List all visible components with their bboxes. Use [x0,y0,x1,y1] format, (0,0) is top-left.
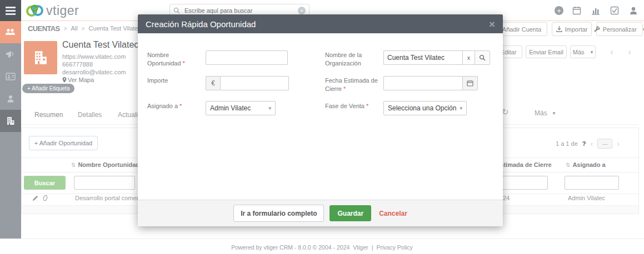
hamburger-icon [6,10,16,12]
footer-divider [0,238,644,239]
add-account-button[interactable]: Añadir Cuenta [496,22,547,36]
more-actions-button[interactable]: Más ▾ [570,45,596,58]
hamburger-menu[interactable] [0,0,21,21]
vtiger-logo[interactable]: vtiger [26,2,79,19]
table-search-button[interactable]: Buscar [24,176,66,190]
row-attachment-icon[interactable] [42,195,48,201]
calendar-addon-button[interactable] [462,76,478,90]
caret-down-icon: ▾ [553,110,556,116]
required-marker: * [183,60,185,67]
vtiger-logo-icon [26,3,44,18]
sidebar-item-accounts[interactable] [0,110,21,132]
column-header-name[interactable]: ⇅ Nombre Oportunidad [71,161,139,168]
reports-nav-icon[interactable] [591,6,600,15]
import-button[interactable]: Importar [552,22,592,36]
close-icon[interactable]: × [489,19,495,29]
personalize-label: Personalizar [603,26,637,33]
org-search-button[interactable] [475,50,490,65]
footer-powered-by: Powered by vtiger CRM - 8.0.0 © 2004 - 2… [231,244,350,251]
required-marker: * [343,85,346,92]
previous-record-button[interactable]: ‹ [606,45,618,58]
footer-privacy-link[interactable]: Privacy Policy [377,244,413,251]
caret-down-icon: ▾ [268,105,271,111]
sidebar-item-campaigns[interactable] [0,43,21,65]
tasks-nav-icon[interactable] [610,6,619,15]
label-text: Asignado a [147,103,178,109]
nombre-oportunidad-input[interactable] [206,50,288,65]
field-label-importe: Importe [147,77,203,85]
search-input[interactable] [183,7,298,14]
importe-input[interactable] [220,76,289,90]
breadcrumb-list[interactable]: All [71,25,78,32]
widget-more-button[interactable]: Más ▾ [535,109,555,117]
filter-assigned-input[interactable] [565,176,619,190]
account-website[interactable]: https://www.vilatec.com [62,53,126,60]
field-label-asignado: Asignado a* [147,102,203,110]
importe-field-group: € [206,76,289,90]
save-button[interactable]: Guardar [330,205,371,221]
filter-name-input[interactable] [74,176,135,190]
hamburger-icon [6,13,16,15]
fecha-cierre-input[interactable] [383,76,462,90]
search-scope-toggle-icon[interactable]: ▾ [298,7,306,14]
sort-icon: ⇅ [566,162,570,168]
footer-separator: | [372,244,373,251]
page-next-button[interactable]: › [617,139,620,148]
row-opportunity-name[interactable]: Desarrollo portal comercial [75,195,148,201]
label-text: Nombre de la Organización [325,52,362,67]
euro-prefix: € [206,76,220,90]
pagination-label: 1 a 1 de [556,140,578,147]
quick-create-button[interactable]: + [555,6,563,15]
sidebar-item-marketing[interactable] [0,21,21,43]
account-phone[interactable]: 666777888 [62,61,93,68]
column-header-close-date[interactable]: Estimada de Cierre [496,161,552,168]
breadcrumb-separator: > [64,26,67,32]
page-ellipsis-button[interactable]: ... [597,139,612,149]
calendar-nav-icon[interactable] [572,6,581,15]
fecha-field-group [383,76,478,90]
cancel-link[interactable]: Cancelar [379,210,407,217]
contact-card-icon [6,73,16,80]
tab-detalles[interactable]: Detalles [78,111,102,119]
add-opportunity-button[interactable]: + Añadir Oportunidad [29,136,98,150]
user-profile-icon[interactable] [629,6,638,15]
organizacion-input[interactable] [383,50,462,65]
asignado-select[interactable]: Admin Vilatec ▾ [206,101,276,115]
required-marker: * [366,103,368,109]
label-text: Fecha Estimada de Cierre [325,77,378,92]
clear-field-button[interactable]: x [462,50,475,65]
account-email[interactable]: desarrollo@vilatec.com [62,69,126,75]
field-label-fase: Fase de Venta* [325,102,378,110]
row-edit-icon[interactable] [32,195,38,201]
account-map-link[interactable]: Ver Mapa [62,77,94,83]
sidebar-item-contacts[interactable] [0,65,21,88]
pagination-total: ? [582,140,586,147]
breadcrumb-module[interactable]: CUENTAS [28,24,60,33]
app-sidebar [0,21,21,238]
tab-resumen[interactable]: Resumen [34,111,63,119]
column-header-assigned[interactable]: ⇅ Asignado a [566,161,606,168]
next-record-button[interactable]: › [623,45,636,58]
sidebar-item-leads[interactable] [0,88,21,110]
more-label: Más [573,49,585,55]
add-tag-pill[interactable]: + Añadir Etiqueta [22,84,74,93]
send-email-button[interactable]: Enviar Email [526,45,567,58]
search-icon [173,7,180,14]
fase-venta-select[interactable]: Selecciona una Opción ▾ [383,101,467,115]
column-name-label: Nombre Oportunidad [78,161,139,168]
asignado-selected-value: Admin Vilatec [210,104,251,112]
map-pin-icon [62,77,67,83]
label-text: Nombre Oportunidad [147,52,181,67]
page-prev-button[interactable]: ‹ [591,139,593,148]
fase-selected-value: Selecciona una Opción [388,104,456,112]
field-label-nombre: Nombre Oportunidad* [147,51,203,68]
full-form-button[interactable]: Ir a formulario completo [233,205,324,222]
person-icon [6,94,15,103]
breadcrumb-record[interactable]: Cuenta Test Vilate... [89,25,143,32]
sort-icon: ⇅ [71,162,76,168]
plus-icon: + [557,7,561,14]
send-email-label: Enviar Email [529,49,563,55]
field-label-fecha: Fecha Estimada de Cierre* [325,77,378,93]
footer-vtiger-link[interactable]: Vtiger [353,244,368,251]
personalize-button[interactable]: Personalizar ▾ [596,22,643,36]
